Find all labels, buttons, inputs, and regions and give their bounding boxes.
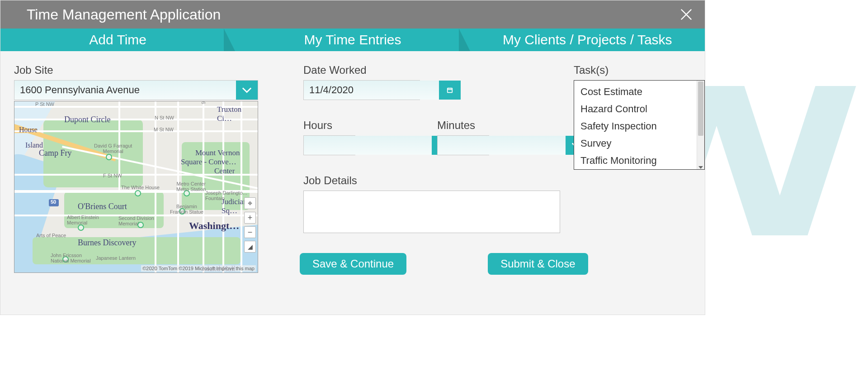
save-continue-button[interactable]: Save & Continue (300, 253, 406, 275)
app-window: Time Management Application Add Time My … (0, 0, 705, 315)
map-label-house: House (19, 126, 38, 134)
tab-my-clients-projects-tasks[interactable]: My Clients / Projects / Tasks (470, 29, 705, 51)
scrollbar-thumb[interactable] (698, 81, 703, 136)
map-label-obriens: O'Briens Court (78, 202, 127, 211)
task-item[interactable]: Safety Inspection (580, 118, 699, 135)
minutes-dropdown[interactable] (437, 135, 489, 155)
scroll-down-icon (698, 166, 703, 169)
map-zoom-out-button[interactable]: − (244, 226, 256, 238)
map-poi-dot (78, 224, 84, 231)
map-poi-ericsson: John Ericsson National Memorial (51, 253, 91, 263)
map-view[interactable]: 50 Dupont Circle Camp Fry O'Briens Court… (14, 101, 258, 273)
tab-my-time-entries[interactable]: My Time Entries (235, 29, 470, 51)
tasks-label: Task(s) (574, 64, 705, 76)
map-label-mtvernon1: Mount Vernon (195, 148, 240, 158)
map-label-burnes: Burnes Discovery (78, 238, 136, 248)
map-label-city: Washingt… (189, 220, 239, 232)
tab-bar: Add Time My Time Entries My Clients / Pr… (0, 29, 705, 51)
map-label-island: Island (25, 141, 43, 149)
map-label-camp-fry: Camp Fry (39, 148, 72, 158)
map-street-f: F St NW (103, 173, 122, 178)
title-bar: Time Management Application (0, 0, 705, 29)
map-attribution[interactable]: ©2020 TomTom ©2019 Microsoft Improve thi… (141, 265, 256, 272)
map-label-truxton: Truxton Ci… (217, 105, 258, 123)
map-poi-einstein: Albert Einstein Memorial (67, 215, 99, 225)
map-street-m: M St NW (154, 127, 174, 132)
date-worked-field[interactable] (303, 80, 420, 100)
map-street-9: 9th St NW (201, 101, 206, 104)
hours-label: Hours (303, 119, 426, 132)
date-worked-label: Date Worked (303, 64, 560, 76)
map-label-mtvernon2: Square - Conve… (181, 158, 236, 167)
task-item[interactable]: Cost Estimate (580, 83, 699, 100)
minutes-value[interactable] (438, 136, 566, 155)
minutes-label: Minutes (437, 119, 560, 132)
date-worked-value[interactable] (304, 81, 439, 100)
map-exit-number: 50 (51, 199, 56, 205)
map-tilt-button[interactable]: ◢ (244, 241, 256, 253)
map-street-p: P St NW (35, 101, 54, 107)
map-poi-dot (135, 190, 141, 196)
job-details-input[interactable] (303, 191, 560, 233)
content-area: Job Site (0, 51, 705, 315)
map-label-mtvernon3: Center (214, 167, 235, 176)
map-poi-whitehouse: The White House (121, 185, 160, 190)
map-zoom-in-button[interactable]: + (244, 212, 256, 224)
map-poi-franklin: Benjamin Franklin Statue (170, 204, 203, 215)
map-poi-dot (106, 154, 112, 160)
map-poi-peace: Arts of Peace (36, 233, 66, 238)
job-site-dropdown[interactable] (14, 80, 258, 100)
svg-rect-2 (448, 88, 453, 92)
map-poi-2div: Second Division Memorial (118, 215, 154, 226)
task-item[interactable]: Survey (580, 135, 699, 152)
task-item[interactable]: Traffic Monitoring (580, 152, 699, 169)
tasks-scrollbar[interactable] (697, 81, 704, 169)
tasks-listbox[interactable]: Cost Estimate Hazard Control Safety Insp… (574, 80, 705, 170)
map-poi-lantern: Japanese Lantern (96, 255, 136, 261)
job-site-value[interactable] (14, 81, 236, 100)
tab-add-time[interactable]: Add Time (0, 29, 235, 51)
job-site-label: Job Site (14, 64, 258, 76)
chevron-down-icon (242, 87, 252, 93)
close-icon (679, 8, 693, 21)
map-poi-fountain: Joseph Darlingto… Fountain (205, 190, 248, 201)
hours-dropdown[interactable] (303, 135, 355, 155)
task-item[interactable]: Hazard Control (580, 100, 699, 118)
calendar-icon (445, 87, 455, 93)
submit-close-button[interactable]: Submit & Close (488, 253, 588, 275)
map-poi-farragut: David G Farragut Memorial (94, 143, 132, 154)
job-details-label: Job Details (303, 174, 560, 187)
map-street-n: N St NW (155, 115, 174, 120)
map-poi-dot (137, 222, 144, 228)
map-label-dupont: Dupont Circle (64, 115, 110, 124)
hours-value[interactable] (304, 136, 432, 155)
close-button[interactable] (679, 7, 694, 22)
date-picker-button[interactable] (439, 81, 461, 100)
map-locate-button[interactable]: ⌖ (244, 197, 256, 209)
job-site-dropdown-button[interactable] (236, 81, 258, 100)
app-title: Time Management Application (27, 6, 221, 23)
map-poi-metro: Metro Center Metro Station (176, 181, 206, 192)
